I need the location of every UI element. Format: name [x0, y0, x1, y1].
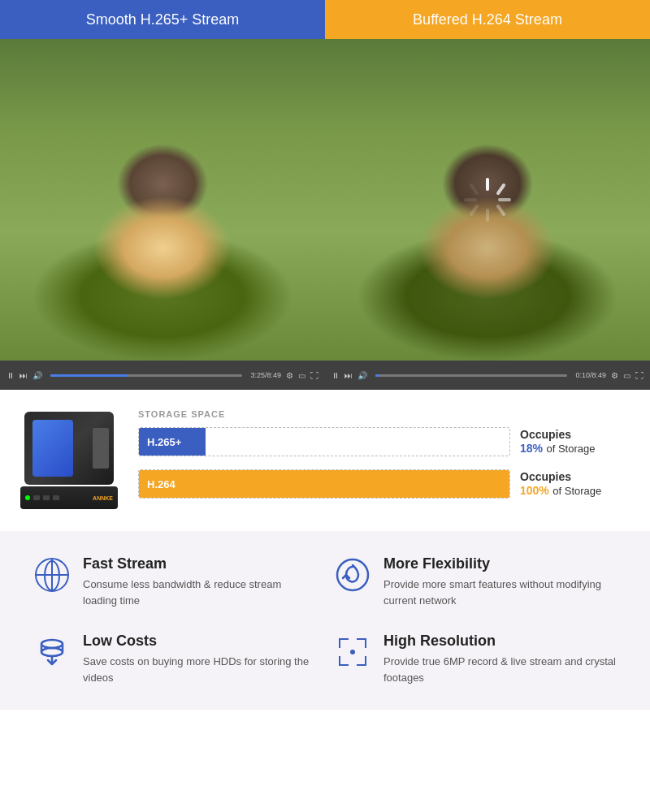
nvr-brand-label: ANNKE: [93, 495, 113, 501]
left-scene: [0, 39, 325, 361]
flexibility-svg: [335, 557, 370, 593]
hdd-body: [24, 412, 114, 485]
h264-bar-container: H.264: [138, 469, 510, 499]
left-progress-bar[interactable]: [50, 374, 242, 377]
h264-bar-fill: H.264: [139, 470, 509, 498]
right-screen-icon[interactable]: ▭: [623, 371, 630, 380]
right-video-header: Buffered H.264 Stream: [325, 0, 650, 39]
screen-icon[interactable]: ▭: [298, 371, 306, 380]
volume-icon[interactable]: 🔊: [32, 371, 42, 380]
h264-bar-label: H.264: [147, 478, 176, 490]
h265-occupies-label: Occupies: [520, 428, 634, 441]
h264-bar-row: H.264 Occupies100% of Storage: [138, 469, 634, 499]
scan-corner-bl: [339, 656, 349, 666]
left-video-content: [0, 39, 325, 361]
spinner-icon: [459, 171, 516, 228]
storage-bars: STORAGE SPACE H.265+ Occupies18% of Stor…: [138, 409, 634, 512]
svg-line-5: [471, 206, 477, 214]
high-res-text: High Resolution Provide true 6MP record …: [384, 633, 618, 685]
h265-bar-info: Occupies18% of Storage: [520, 428, 634, 456]
fast-stream-title: Fast Stream: [83, 555, 317, 572]
flexibility-text: More Flexibility Provide more smart feat…: [384, 555, 618, 608]
svg-point-10: [41, 648, 63, 656]
nvr-port-1: [33, 495, 40, 500]
fast-stream-desc: Consume less bandwidth & reduce stream l…: [83, 577, 317, 608]
storage-section: ANNKE STORAGE SPACE H.265+ Occupies18% o…: [0, 390, 650, 531]
right-video-content: [325, 39, 650, 361]
features-section: Fast Stream Consume less bandwidth & red…: [0, 531, 650, 710]
low-costs-title: Low Costs: [83, 633, 317, 650]
left-time: 3:25/8:49: [250, 371, 281, 379]
hdd-connector: [93, 428, 109, 469]
left-video-controls[interactable]: ⏸ ⏭ 🔊 3:25/8:49 ⚙ ▭ ⛶: [0, 361, 325, 390]
globe-icon: [32, 555, 72, 594]
high-res-desc: Provide true 6MP record & live stream an…: [384, 654, 618, 685]
h265-bar-label: H.265+: [147, 436, 181, 448]
svg-point-8: [337, 559, 368, 590]
feature-more-flexibility: More Flexibility Provide more smart feat…: [333, 555, 618, 608]
right-progress-bar[interactable]: [375, 374, 567, 377]
feature-fast-stream: Fast Stream Consume less bandwidth & red…: [32, 555, 317, 608]
h265-bar-fill: H.265+: [139, 428, 206, 456]
fast-stream-text: Fast Stream Consume less bandwidth & red…: [83, 555, 317, 608]
right-settings-icon[interactable]: ⚙: [611, 371, 618, 380]
scan-dot: [350, 650, 355, 654]
scan-corner-tr: [357, 638, 366, 648]
flexibility-desc: Provide more smart features without modi…: [384, 577, 618, 608]
feature-low-costs: Low Costs Save costs on buying more HDDs…: [32, 633, 317, 685]
globe-arc: [44, 560, 60, 591]
nvr-port-2: [43, 495, 50, 500]
right-video-bg: [325, 39, 650, 361]
svg-line-3: [498, 206, 504, 214]
low-costs-text: Low Costs Save costs on buying more HDDs…: [83, 633, 317, 685]
scan-corners: [336, 635, 370, 669]
right-fullscreen-icon[interactable]: ⛶: [635, 371, 644, 380]
low-costs-desc: Save costs on buying more HDDs for stori…: [83, 654, 317, 685]
svg-line-1: [498, 185, 504, 193]
left-video-header: Smooth H.265+ Stream: [0, 0, 325, 39]
play-pause-icon[interactable]: ⏸: [6, 371, 15, 380]
right-video-panel: Buffered H.264 Stream: [325, 0, 650, 390]
right-time: 0:10/8:49: [575, 371, 606, 379]
buffering-overlay: [325, 39, 650, 361]
right-play-pause-icon[interactable]: ⏸: [332, 371, 340, 380]
fullscreen-icon[interactable]: ⛶: [310, 371, 318, 380]
right-video-title: Buffered H.264 Stream: [413, 11, 562, 28]
globe-circle: [35, 558, 69, 592]
high-res-title: High Resolution: [384, 633, 618, 650]
database-icon: [32, 633, 72, 672]
right-video-controls[interactable]: ⏸ ⏭ 🔊 0:10/8:49 ⚙ ▭ ⛶: [325, 361, 650, 390]
settings-icon[interactable]: ⚙: [286, 371, 293, 380]
h265-bar-container: H.265+: [138, 427, 510, 456]
h265-bar-row: H.265+ Occupies18% of Storage: [138, 427, 634, 456]
video-comparison-section: Smooth H.265+ Stream ⏸ ⏭ 🔊 3:25/8:49 ⚙ ▭…: [0, 0, 650, 390]
scan-corner-br: [357, 656, 366, 666]
h264-occupies-label: Occupies: [520, 470, 634, 483]
svg-point-9: [41, 640, 63, 648]
database-svg: [34, 634, 70, 670]
right-next-icon[interactable]: ⏭: [344, 371, 353, 380]
right-progress-fill: [375, 374, 379, 377]
nvr-port-3: [53, 495, 59, 500]
recycle-icon: [333, 555, 372, 594]
hdd-blue-part: [32, 420, 73, 477]
scan-icon: [333, 633, 372, 672]
right-volume-icon[interactable]: 🔊: [358, 371, 367, 380]
flexibility-title: More Flexibility: [384, 555, 618, 572]
left-progress-fill: [50, 374, 128, 377]
next-icon[interactable]: ⏭: [20, 371, 28, 380]
nvr-body: ANNKE: [20, 486, 118, 509]
nvr-led: [25, 495, 30, 500]
left-video-panel: Smooth H.265+ Stream ⏸ ⏭ 🔊 3:25/8:49 ⚙ ▭…: [0, 0, 325, 390]
left-video-title: Smooth H.265+ Stream: [86, 11, 240, 28]
feature-high-resolution: High Resolution Provide true 6MP record …: [333, 633, 618, 685]
left-video-bg: [0, 39, 325, 361]
h264-bar-info: Occupies100% of Storage: [520, 470, 634, 498]
svg-line-7: [471, 185, 477, 193]
storage-label: STORAGE SPACE: [138, 409, 634, 419]
scan-corner-tl: [339, 638, 349, 648]
hdd-image: ANNKE: [16, 412, 122, 509]
